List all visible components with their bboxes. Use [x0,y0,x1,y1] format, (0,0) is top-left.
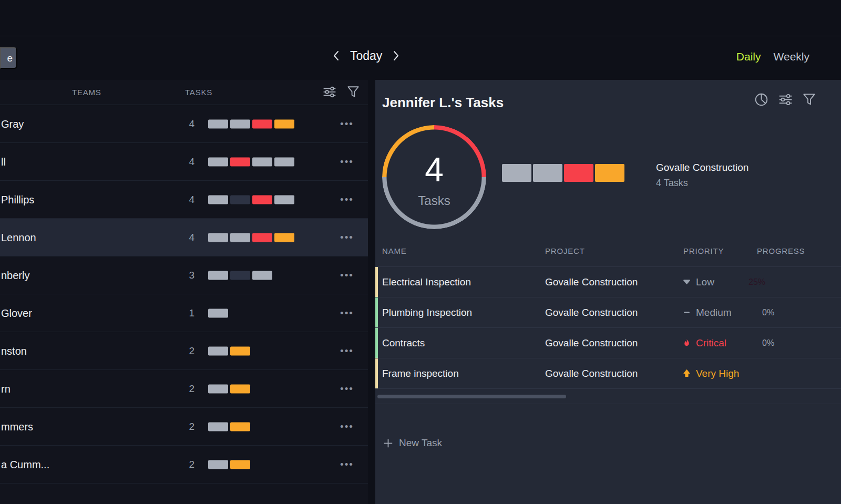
member-task-segments [208,308,228,317]
funnel-icon [347,85,360,99]
task-segment-orange [230,460,250,469]
plus-icon [383,438,393,448]
ellipsis-icon [340,270,354,281]
task-project: Govalle Construction [545,276,638,288]
team-row-list: Gray 4 ll 4 Phillips 4 [0,105,368,484]
task-segment-gray [208,422,228,431]
member-task-count: 3 [172,270,194,281]
row-menu-button[interactable] [334,294,360,332]
tasks-column-header: TASKS [185,88,212,97]
member-task-count: 4 [172,194,194,205]
row-menu-button[interactable] [334,446,360,483]
settings-sliders-button[interactable] [323,85,336,99]
task-segment-gray [208,195,228,204]
member-name: Glover [1,307,32,319]
view-toggle-option[interactable]: Weekly [774,50,809,63]
task-segment-gray [208,384,228,393]
member-task-segments [208,157,294,166]
teams-panel-header: TEAMS TASKS [0,80,368,105]
team-row[interactable]: Gray 4 [0,105,368,143]
team-row[interactable]: nston 2 [0,332,368,370]
row-menu-button[interactable] [334,105,360,142]
task-segment-gray [208,460,228,469]
task-row[interactable]: Contracts Govalle Construction Critical … [375,328,841,358]
priority-label: Critical [696,337,726,349]
member-task-segments [208,233,294,242]
row-menu-button[interactable] [334,256,360,294]
task-segment-orange [230,384,250,393]
view-toggle-option[interactable]: Daily [736,50,761,63]
team-row[interactable]: ll 4 [0,143,368,181]
task-project: Govalle Construction [545,368,638,379]
horizontal-scrollbar[interactable] [377,395,566,398]
team-row[interactable]: Phillips 4 [0,181,368,219]
task-segment-gray [208,233,228,242]
member-name: Phillips [1,193,34,205]
next-day-button[interactable] [391,48,401,63]
task-row[interactable]: Frame inspection Govalle Construction Ve… [375,358,841,389]
member-task-segments [208,119,294,128]
chevron-left-icon [332,49,341,62]
member-task-segments [208,195,294,204]
task-segment-red [252,233,272,242]
previous-day-button[interactable] [331,48,342,63]
filter-button[interactable] [803,92,816,107]
ellipsis-icon [340,194,354,205]
project-name: Govalle Construction [656,162,748,173]
chart-view-button[interactable] [754,92,768,107]
ellipsis-icon [340,118,354,130]
partial-left-button[interactable]: e [0,47,17,69]
team-row[interactable]: mmers 2 [0,408,368,446]
task-segment-gray [274,157,294,166]
team-row[interactable]: rn 2 [0,370,368,408]
chevron-right-icon [392,49,400,62]
member-name: nberly [1,269,29,281]
row-accent-strip [375,297,378,327]
member-task-count: 2 [172,421,194,433]
task-name: Electrical Inspection [382,276,471,288]
tasks-summary-bar [502,164,624,182]
row-menu-button[interactable] [334,332,360,369]
team-row[interactable]: a Cumm... 2 [0,446,368,484]
pie-chart-icon [754,92,768,107]
panel-title: Jennifer L.'s Tasks [382,95,504,111]
dash-icon [682,308,691,317]
member-name: Lennon [1,231,36,243]
task-segment-red [252,119,272,128]
ellipsis-icon [340,307,354,319]
task-segment-gray [208,346,228,355]
member-name: Gray [1,118,24,130]
view-toggle: Daily Weekly [736,50,809,63]
ellipsis-icon [340,232,354,243]
name-column-header: NAME [382,246,407,255]
member-name: mmers [1,420,33,433]
row-menu-button[interactable] [334,143,360,180]
task-segment-gray [230,119,250,128]
team-row[interactable]: Glover 1 [0,294,368,332]
member-task-count: 4 [172,156,194,168]
task-row[interactable]: Plumbing Inspection Govalle Construction… [375,297,841,328]
task-segment-orange [274,233,294,242]
date-label: Today [350,49,382,63]
project-summary: Govalle Construction 4 Tasks [656,162,748,189]
priority-label: Low [696,276,714,288]
task-row[interactable]: Electrical Inspection Govalle Constructi… [375,267,841,297]
footer-divider [375,404,841,404]
top-divider [0,36,841,36]
row-menu-button[interactable] [334,219,360,256]
task-priority: Very High [682,368,739,379]
date-navigation: Today [331,48,401,63]
team-row[interactable]: nberly 3 [0,256,368,294]
new-task-button[interactable]: New Task [383,437,442,449]
row-menu-button[interactable] [334,181,360,218]
team-row[interactable]: Lennon 4 [0,219,368,256]
task-segment-orange [274,119,294,128]
task-segment-gray [208,271,228,280]
row-menu-button[interactable] [334,408,360,445]
settings-sliders-button[interactable] [778,92,793,107]
row-menu-button[interactable] [334,370,360,407]
row-accent-strip [375,358,378,388]
task-name: Frame inspection [382,368,459,379]
filter-button[interactable] [347,85,360,99]
new-task-label: New Task [399,437,442,449]
